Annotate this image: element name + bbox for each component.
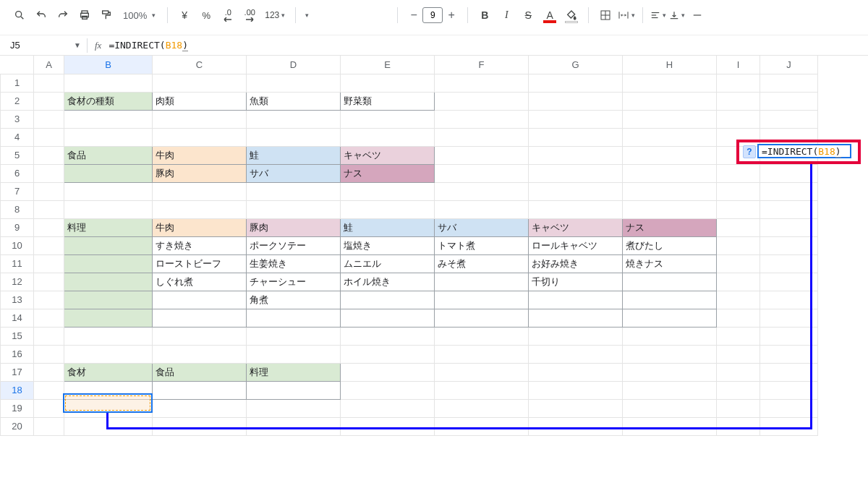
col-B[interactable]: B (64, 56, 153, 74)
undo-icon[interactable] (32, 6, 51, 25)
cell[interactable]: お好み焼き (529, 254, 623, 273)
cell[interactable] (64, 164, 153, 182)
cell[interactable]: 焼きナス (623, 254, 717, 273)
row-19[interactable]: 19 (1, 399, 34, 417)
row-7[interactable]: 7 (1, 182, 34, 200)
cell[interactable]: 食材の種類 (64, 92, 153, 110)
cell[interactable]: ナス (341, 164, 435, 182)
row-4[interactable]: 4 (1, 128, 34, 146)
cell[interactable]: ロールキャベツ (529, 236, 623, 254)
cell[interactable]: 料理 (64, 218, 153, 236)
cell[interactable] (435, 273, 529, 291)
cell-b18[interactable] (64, 381, 153, 399)
cell[interactable] (64, 254, 153, 273)
cell[interactable]: すき焼き (153, 236, 247, 254)
row-5[interactable]: 5 (1, 146, 34, 164)
font-size-increase[interactable]: + (443, 7, 460, 24)
cell[interactable]: ポークソテー (247, 236, 341, 254)
col-E[interactable]: E (341, 56, 435, 74)
row-20[interactable]: 20 (1, 417, 34, 435)
font-size-input[interactable] (422, 7, 443, 23)
more-formats-dropdown[interactable]: 123 (262, 6, 288, 25)
font-size-decrease[interactable]: − (405, 7, 422, 24)
cell[interactable] (341, 291, 435, 309)
cell[interactable]: ローストビーフ (153, 254, 247, 273)
cell[interactable] (64, 309, 153, 327)
col-C[interactable]: C (153, 56, 247, 74)
cell[interactable]: サバ (435, 218, 529, 236)
cell[interactable] (153, 309, 247, 327)
col-G[interactable]: G (529, 56, 623, 74)
row-9[interactable]: 9 (1, 218, 34, 236)
cell[interactable] (247, 381, 341, 399)
cell[interactable]: 角煮 (247, 291, 341, 309)
cell[interactable] (623, 291, 717, 309)
cell[interactable]: 肉類 (153, 92, 247, 110)
row-14[interactable]: 14 (1, 309, 34, 327)
col-D[interactable]: D (247, 56, 341, 74)
borders-button[interactable] (596, 6, 615, 25)
cell[interactable]: 牛肉 (153, 146, 247, 164)
cell[interactable]: キャベツ (341, 146, 435, 164)
merge-cells-button[interactable] (618, 6, 635, 25)
row-3[interactable]: 3 (1, 110, 34, 128)
formula-help-icon[interactable]: ? (743, 145, 756, 158)
cell[interactable]: チャーシュー (247, 273, 341, 291)
row-15[interactable]: 15 (1, 327, 34, 345)
col-A[interactable]: A (34, 56, 64, 74)
formula-input[interactable]: =INDIRECT(B18) (109, 40, 188, 51)
row-10[interactable]: 10 (1, 236, 34, 254)
select-all-corner[interactable] (1, 56, 34, 74)
cell[interactable]: ナス (623, 218, 717, 236)
percent-format-button[interactable]: % (197, 6, 216, 25)
cell[interactable]: 牛肉 (153, 218, 247, 236)
row-18[interactable]: 18 (1, 381, 34, 399)
cell[interactable]: 魚類 (247, 92, 341, 110)
cell[interactable]: 生姜焼き (247, 254, 341, 273)
increase-decimals-button[interactable]: .00 (240, 6, 259, 25)
name-box[interactable]: J5 ▼ (0, 40, 87, 51)
search-icon[interactable] (10, 6, 29, 25)
cell[interactable]: ムニエル (341, 254, 435, 273)
cell[interactable] (529, 291, 623, 309)
cell[interactable]: しぐれ煮 (153, 273, 247, 291)
font-family-dropdown[interactable] (303, 7, 390, 23)
cell[interactable] (435, 291, 529, 309)
cell[interactable]: 煮びたし (623, 236, 717, 254)
col-F[interactable]: F (435, 56, 529, 74)
currency-format-button[interactable]: ¥ (175, 6, 194, 25)
bold-button[interactable]: B (475, 6, 494, 25)
paint-format-icon[interactable] (97, 6, 116, 25)
cell[interactable]: キャベツ (529, 218, 623, 236)
col-I[interactable]: I (717, 56, 760, 74)
zoom-dropdown[interactable]: 100% (119, 9, 160, 22)
horizontal-align-button[interactable] (650, 6, 666, 25)
redo-icon[interactable] (54, 6, 72, 25)
toolbar-more-icon[interactable] (688, 6, 707, 25)
row-1[interactable]: 1 (1, 74, 34, 92)
cell[interactable] (64, 273, 153, 291)
row-8[interactable]: 8 (1, 200, 34, 218)
cell[interactable] (247, 309, 341, 327)
cell[interactable]: 鮭 (247, 146, 341, 164)
cell[interactable]: サバ (247, 164, 341, 182)
row-11[interactable]: 11 (1, 254, 34, 273)
row-16[interactable]: 16 (1, 345, 34, 363)
cell[interactable]: 豚肉 (247, 218, 341, 236)
print-icon[interactable] (75, 6, 94, 25)
cell[interactable] (529, 309, 623, 327)
cell[interactable]: 食品 (153, 363, 247, 381)
cell[interactable] (435, 309, 529, 327)
col-H[interactable]: H (623, 56, 717, 74)
cell[interactable] (623, 309, 717, 327)
cell[interactable] (153, 381, 247, 399)
cell[interactable]: 豚肉 (153, 164, 247, 182)
fill-color-button[interactable] (562, 6, 581, 25)
cell[interactable]: みそ煮 (435, 254, 529, 273)
cell[interactable]: 食材 (64, 363, 153, 381)
text-color-button[interactable]: A (540, 6, 559, 25)
cell[interactable]: 料理 (247, 363, 341, 381)
row-12[interactable]: 12 (1, 273, 34, 291)
row-6[interactable]: 6 (1, 164, 34, 182)
row-17[interactable]: 17 (1, 363, 34, 381)
